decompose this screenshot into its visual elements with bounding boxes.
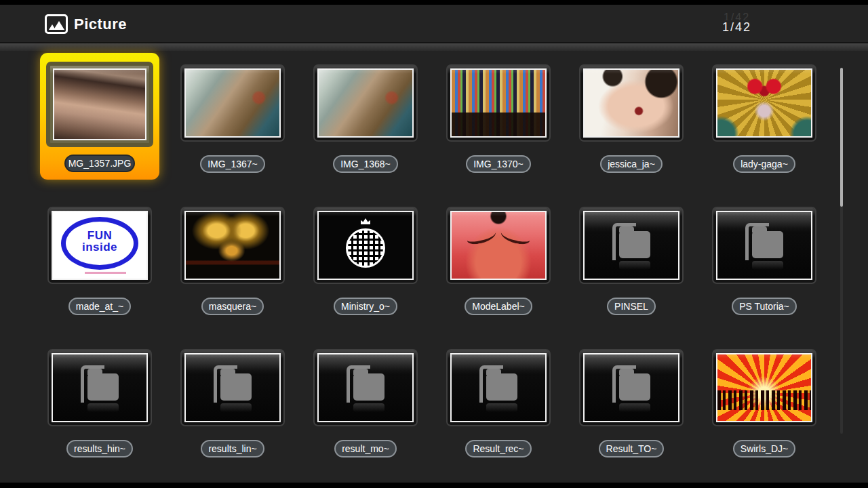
thumbnail-image: [450, 68, 547, 138]
grid-tile[interactable]: result_mo~: [306, 338, 425, 464]
thumbnail-frame: [579, 349, 684, 426]
scrollbar[interactable]: [840, 68, 843, 434]
thumbnail-image: [184, 211, 281, 280]
thumbnail-image: [184, 353, 281, 422]
thumbnail-frame: [180, 349, 285, 426]
tile-label: Swirls_DJ~: [741, 443, 788, 454]
bottom-letterbox-bar: [0, 483, 868, 488]
thumbnail-frame: [313, 207, 418, 284]
folder-icon: [347, 372, 384, 401]
tile-label-pill: ModeLabel~: [465, 298, 532, 315]
grid-tile[interactable]: IMG_1370~: [439, 53, 558, 180]
grid-tile[interactable]: lady-gaga~: [705, 53, 824, 180]
tile-label: Result_rec~: [473, 443, 524, 454]
thumbnail-image: [716, 353, 812, 422]
thumbnail-image: [317, 68, 414, 138]
thumbnail-image: [583, 353, 679, 422]
tile-label: PS Tutoria~: [739, 301, 789, 312]
grid-tile[interactable]: Result_rec~: [439, 338, 558, 464]
thumbnail-image: [450, 353, 547, 422]
grid-tile[interactable]: PINSEL: [572, 195, 691, 322]
thumbnail-image: [583, 68, 679, 138]
tile-label: results_hin~: [74, 443, 125, 454]
page-counter: 1/42: [722, 20, 751, 35]
grid-tile[interactable]: MG_1357.JPG: [40, 53, 159, 180]
tile-label-pill: PS Tutoria~: [732, 298, 797, 315]
tile-label: IMG_1368~: [340, 159, 391, 169]
tile-label-pill: PINSEL: [607, 298, 656, 315]
thumbnail-image: [716, 68, 812, 138]
page-counter-group: 1/42 1/42: [722, 12, 751, 35]
grid-tile[interactable]: masquera~: [173, 195, 292, 322]
thumbnail-image: FUN inside: [52, 211, 148, 280]
thumbnail-frame: [579, 207, 684, 284]
folder-icon: [745, 230, 783, 258]
tile-label: made_at_~: [76, 301, 123, 312]
grid-tile[interactable]: IMG_1367~: [173, 53, 292, 180]
tile-label: IMG_1370~: [473, 159, 524, 169]
thumbnail-image: [317, 353, 414, 422]
thumbnail-frame: [180, 207, 285, 284]
tile-label: IMG_1367~: [208, 159, 258, 169]
picture-icon: [45, 14, 68, 34]
tile-label-pill: result_mo~: [334, 440, 397, 458]
tile-label-pill: IMG_1367~: [200, 155, 265, 173]
grid-tile[interactable]: Swirls_DJ~: [705, 338, 824, 464]
page-counter-ghost: 1/42: [722, 12, 751, 20]
tile-label-pill: results_hin~: [66, 440, 133, 458]
thumbnail-frame: [712, 64, 816, 142]
folder-icon: [612, 372, 650, 401]
thumbnail-image: [53, 68, 146, 140]
picture-browser-screen: Picture 1/42 1/42 MG_1357.JPG IMG_1367~ …: [0, 0, 868, 488]
header-title-group: Picture: [45, 14, 127, 34]
thumbnail-grid: MG_1357.JPG IMG_1367~ IMG_1368~ IMG_1370…: [33, 49, 833, 476]
grid-tile[interactable]: FUN inside made_at_~: [40, 195, 159, 322]
tile-label: PINSEL: [614, 301, 648, 312]
thumbnail-frame: [46, 62, 153, 147]
thumbnail-image: [716, 211, 812, 280]
folder-icon: [612, 230, 650, 258]
grid-tile[interactable]: results_lin~: [173, 338, 292, 464]
grid-tile[interactable]: jessica_ja~: [572, 53, 691, 180]
thumbnail-frame: [579, 64, 684, 142]
thumbnail-frame: [313, 349, 418, 426]
thumbnail-frame: [313, 64, 418, 142]
grid-tile[interactable]: ModeLabel~: [439, 195, 558, 322]
folder-icon: [214, 372, 252, 401]
tile-label: ModeLabel~: [472, 301, 524, 312]
grid-tile[interactable]: results_hin~: [40, 338, 159, 464]
thumbnail-frame: [446, 349, 551, 426]
thumbnail-frame: FUN inside: [47, 207, 152, 284]
tile-label: Ministry_o~: [341, 301, 390, 312]
tile-label-pill: MG_1357.JPG: [64, 155, 135, 172]
thumbnail-image: [583, 211, 679, 280]
grid-tile[interactable]: IMG_1368~: [306, 53, 425, 180]
tile-label-pill: results_lin~: [201, 440, 264, 458]
tile-label-pill: lady-gaga~: [733, 155, 795, 173]
thumbnail-image: [184, 68, 281, 138]
tile-label-pill: made_at_~: [68, 298, 131, 315]
header: Picture 1/42 1/42: [0, 5, 868, 42]
tile-label-pill: Ministry_o~: [334, 298, 397, 315]
tile-label-pill: masquera~: [201, 298, 264, 315]
tile-label-pill: Swirls_DJ~: [733, 440, 795, 458]
grid-tile[interactable]: Ministry_o~: [306, 195, 425, 322]
thumbnail-frame: [180, 64, 285, 142]
folder-icon: [81, 372, 119, 401]
tile-label-pill: jessica_ja~: [600, 155, 663, 173]
tile-label: MG_1357.JPG: [68, 158, 132, 169]
scrollbar-thumb[interactable]: [840, 68, 843, 207]
grid-tile[interactable]: Result_TO~: [572, 338, 691, 464]
grid-tile[interactable]: PS Tutoria~: [705, 195, 824, 322]
tile-label-pill: IMG_1368~: [333, 155, 398, 173]
thumbnail-image: [52, 353, 148, 422]
thumbnail-frame: [446, 207, 551, 284]
tile-label: results_lin~: [208, 443, 256, 454]
tile-label-pill: Result_TO~: [599, 440, 665, 458]
tile-label: Result_TO~: [606, 443, 657, 454]
tile-label: lady-gaga~: [741, 159, 788, 169]
thumbnail-frame: [712, 349, 816, 426]
thumbnail-image: [317, 211, 414, 280]
tile-label-pill: IMG_1370~: [466, 155, 531, 173]
tile-label: result_mo~: [342, 443, 389, 454]
